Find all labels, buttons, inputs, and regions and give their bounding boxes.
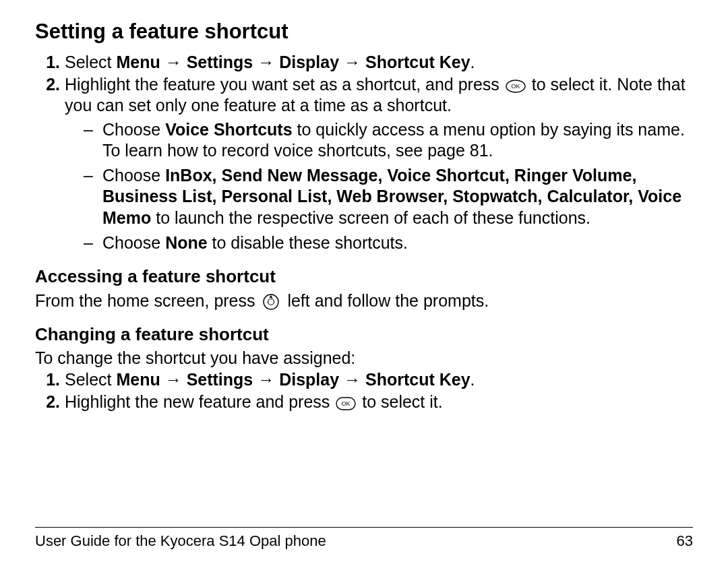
nav-settings: Settings <box>187 53 253 71</box>
nav-menu: Menu <box>116 370 160 389</box>
sub3-b: to disable these shortcuts. <box>208 233 408 252</box>
change2-a: Highlight the new feature and press <box>65 392 334 411</box>
page-footer: User Guide for the Kyocera S14 Opal phon… <box>35 527 693 551</box>
step2-sublist: Choose Voice Shortcuts to quickly access… <box>65 119 693 254</box>
changing-heading: Changing a feature shortcut <box>35 323 693 346</box>
changing-intro: To change the shortcut you have assigned… <box>35 348 693 369</box>
change1-prefix: Select <box>65 370 116 389</box>
sub1-a: Choose <box>102 120 165 139</box>
access-a: From the home screen, press <box>35 291 260 310</box>
sub2-a: Choose <box>102 166 165 185</box>
step2-text-a: Highlight the feature you want set as a … <box>65 75 504 94</box>
change-step-2: Highlight the new feature and press OK t… <box>65 392 693 412</box>
svg-text:OK: OK <box>511 83 520 90</box>
nav-key-icon <box>262 293 280 311</box>
sub-item-functions: Choose InBox, Send New Message, Voice Sh… <box>102 165 693 228</box>
sub2-b: to launch the respective screen of each … <box>151 208 590 227</box>
step1-prefix: Select <box>65 53 116 71</box>
page-number: 63 <box>677 532 693 551</box>
change2-b: to select it. <box>357 392 442 411</box>
nav-settings: Settings <box>187 370 253 389</box>
arrow-icon: → <box>257 370 274 389</box>
arrow-icon: → <box>344 370 361 389</box>
svg-marker-4 <box>270 295 273 298</box>
arrow-icon: → <box>165 53 182 71</box>
svg-point-3 <box>268 299 274 305</box>
svg-text:OK: OK <box>342 400 351 407</box>
period: . <box>471 53 475 71</box>
nav-display: Display <box>279 370 339 389</box>
sub3-a: Choose <box>102 233 165 252</box>
sub-item-voice-shortcuts: Choose Voice Shortcuts to quickly access… <box>102 119 693 162</box>
step-2: Highlight the feature you want set as a … <box>65 74 693 253</box>
sub-item-none: Choose None to disable these shortcuts. <box>102 232 693 253</box>
period: . <box>471 370 475 389</box>
ok-key-icon: OK <box>336 397 356 410</box>
accessing-heading: Accessing a feature shortcut <box>35 266 693 288</box>
change-step-1: Select Menu → Settings → Display → Short… <box>65 369 693 390</box>
nav-display: Display <box>279 53 339 71</box>
nav-menu: Menu <box>116 53 160 71</box>
nav-shortcut-key: Shortcut Key <box>365 53 471 71</box>
accessing-text: From the home screen, press left and fol… <box>35 290 693 311</box>
nav-shortcut-key: Shortcut Key <box>365 370 471 389</box>
page: Setting a feature shortcut Select Menu →… <box>0 0 728 562</box>
sub3-bold: None <box>165 233 208 252</box>
access-b: left and follow the prompts. <box>282 291 489 310</box>
arrow-icon: → <box>344 53 361 71</box>
arrow-icon: → <box>165 370 182 389</box>
sub1-bold: Voice Shortcuts <box>165 120 292 139</box>
changing-steps: Select Menu → Settings → Display → Short… <box>35 369 693 413</box>
setting-steps: Select Menu → Settings → Display → Short… <box>35 52 693 253</box>
footer-title: User Guide for the Kyocera S14 Opal phon… <box>35 532 326 551</box>
ok-key-icon: OK <box>506 80 526 93</box>
arrow-icon: → <box>257 53 274 71</box>
page-title: Setting a feature shortcut <box>35 19 693 45</box>
step-1: Select Menu → Settings → Display → Short… <box>65 52 693 73</box>
